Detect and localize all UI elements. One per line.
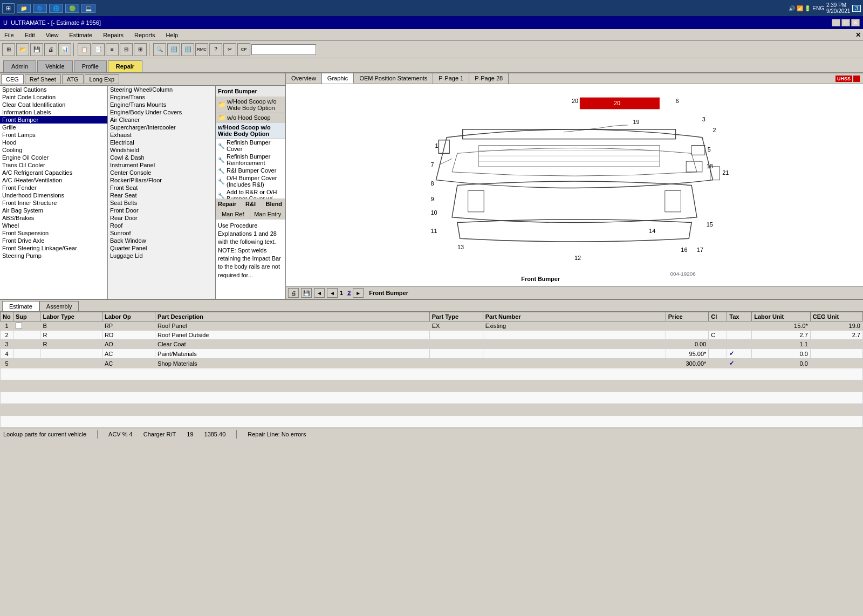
cat-back-window[interactable]: Back Window [108,237,215,244]
cat-front-steering[interactable]: Front Steering Linkage/Gear [0,244,107,252]
op-oh-bumper[interactable]: 🔧 O/H Bumper Cover (Includes R&I) [216,174,285,188]
right-tab-ppage1[interactable]: P-Page 1 [433,73,469,84]
graphic-btn-2[interactable]: 💾 [301,288,312,298]
cat-rear-seat[interactable]: Rear Seat [108,191,215,199]
cat-front-drive-axle[interactable]: Front Drive Axle [0,237,107,244]
right-tab-oem[interactable]: OEM Position Statements [354,73,433,84]
cat-trans-oil-cooler[interactable]: Trans Oil Cooler [0,161,107,169]
cat-ac-ventilation[interactable]: A/C /Heater/Ventilation [0,176,107,184]
tb-save[interactable]: 💾 [30,43,43,56]
cat-hood[interactable]: Hood [0,139,107,146]
cat-exhaust[interactable]: Exhaust [108,131,215,139]
op-refinish-reinf[interactable]: 🔧 Refinish Bumper Reinforcement [216,153,285,167]
cat-electrical[interactable]: Electrical [108,139,215,146]
menu-view[interactable]: View [44,31,61,39]
menu-reports[interactable]: Reports [132,31,157,39]
op-add-rr-bumper[interactable]: 🔧 Add to R&R or O/H Bumper Cover w/... [216,188,285,199]
taskbar-item-3[interactable]: 🌐 [49,4,63,13]
est-tab-assembly[interactable]: Assembly [39,301,79,311]
cat-front-fender[interactable]: Front Fender [0,184,107,191]
cat-wheel[interactable]: Wheel [0,222,107,229]
cat-front-door[interactable]: Front Door [108,207,215,214]
op-refinish-bumper[interactable]: 🔧 Refinish Bumper Cover [216,139,285,153]
cat-windshield[interactable]: Windshield [108,146,215,154]
menu-help[interactable]: Help [164,31,181,39]
cat-front-inner[interactable]: Front Inner Structure [0,199,107,207]
menu-estimate[interactable]: Estimate [67,31,94,39]
tb-open[interactable]: 📂 [16,43,29,56]
taskbar-item-5[interactable]: 💻 [81,4,95,13]
menu-edit[interactable]: Edit [23,31,37,39]
left-tab-atg[interactable]: ATG [62,74,84,84]
cat-paint-code[interactable]: Paint Code Location [0,93,107,101]
cat-instrument-panel[interactable]: Instrument Panel [108,161,215,169]
close-button[interactable]: ✕ [851,19,860,26]
graphic-btn-prev[interactable]: ◄ [314,288,325,298]
cat-engine-trans[interactable]: Engine/Trans [108,93,215,101]
graphic-btn-1[interactable]: 🖨 [288,288,299,298]
cat-air-bag[interactable]: Air Bag System [0,207,107,214]
blend-button[interactable]: Blend [263,199,285,209]
cat-engine-trans-mounts[interactable]: Engine/Trans Mounts [108,101,215,108]
tb-cp[interactable]: CP [237,43,250,56]
toolbar-search[interactable] [251,44,316,55]
tb-btn1[interactable]: 📋 [78,43,91,56]
cat-ac-refrigerant[interactable]: A/C Refrigerant Capacities [0,169,107,176]
tb-print[interactable]: 🖨 [44,43,57,56]
cat-info-labels[interactable]: Information Labels [0,108,107,116]
cat-cowl-dash[interactable]: Cowl & Dash [108,154,215,161]
right-tab-graphic[interactable]: Graphic [322,73,354,84]
row1-checkbox[interactable] [16,323,22,329]
tb-btn2[interactable]: 📑 [92,43,105,56]
cat-underhood-dim[interactable]: Underhood Dimensions [0,191,107,199]
table-row-1[interactable]: 1 B RP Roof Panel EX Existing 15.0* 19.0 [1,321,863,331]
table-row-empty-4[interactable] [1,404,863,416]
right-tab-overview[interactable]: Overview [286,73,322,84]
cat-grille[interactable]: Grille [0,124,107,131]
start-button[interactable]: ⊞ [2,3,15,13]
cat-air-cleaner[interactable]: Air Cleaner [108,116,215,124]
tb-settings[interactable]: ✂ [223,43,236,56]
right-tab-ppage28[interactable]: P-Page 28 [469,73,509,84]
table-row-5[interactable]: 5 AC Shop Materials 300.00* ✓ 0.0 [1,359,863,368]
cat-sunroof[interactable]: Sunroof [108,229,215,237]
tab-vehicle[interactable]: Vehicle [37,60,72,72]
menu-file[interactable]: File [2,31,16,39]
left-tab-ceg[interactable]: CEG [1,74,24,84]
cat-quarter-panel[interactable]: Quarter Panel [108,244,215,252]
tb-help[interactable]: ? [209,43,222,56]
tb-btn4[interactable]: ⊟ [120,43,133,56]
cat-front-bumper[interactable]: Front Bumper [0,116,107,124]
tab-repair[interactable]: Repair [108,60,142,72]
table-row-empty-1[interactable] [1,368,863,380]
maximize-button[interactable]: □ [841,19,850,26]
cat-engine-body-covers[interactable]: Engine/Body Under Covers [108,108,215,116]
section-wo-hood-scoop[interactable]: 📁 w/o Hood Scoop [216,113,285,123]
tb-chart[interactable]: 📊 [58,43,71,56]
minimize-button[interactable]: _ [832,19,840,26]
cat-special-cautions[interactable]: Special Cautions [0,86,107,93]
left-tab-longexp[interactable]: Long Exp [85,74,119,84]
graphic-btn-right[interactable]: ► [353,288,364,298]
table-row-empty-5[interactable] [1,416,863,428]
menu-close[interactable]: ✕ [855,31,861,39]
cat-supercharger[interactable]: Supercharger/Intercooler [108,124,215,131]
man-entry-button[interactable]: Man Entry [251,209,286,219]
table-row-empty-3[interactable] [1,392,863,404]
tb-btn3[interactable]: ≡ [106,43,119,56]
cat-rocker-pillars[interactable]: Rocker/Pillars/Floor [108,176,215,184]
left-tab-refsheet[interactable]: Ref Sheet [25,74,61,84]
cat-steering-wheel[interactable]: Steering Wheel/Column [108,86,215,93]
op-ri-bumper[interactable]: 🔧 R&I Bumper Cover [216,167,285,174]
graphic-btn-left[interactable]: ◄ [327,288,338,298]
cat-front-suspension[interactable]: Front Suspension [0,229,107,237]
cat-clear-coat[interactable]: Clear Coat Identification [0,101,107,108]
table-row-3[interactable]: 3 R AO Clear Coat 0.00 1.1 [1,340,863,349]
cat-front-lamps[interactable]: Front Lamps [0,131,107,139]
repair-button[interactable]: Repair [216,199,239,209]
taskbar-item-1[interactable]: 📁 [17,4,31,13]
tb-rmc[interactable]: RMC [195,43,208,56]
tb-btn5[interactable]: ⊞ [134,43,147,56]
table-row-4[interactable]: 4 AC Paint/Materials 95.00* ✓ 0.0 [1,349,863,359]
tb-new[interactable]: ⊞ [2,43,15,56]
